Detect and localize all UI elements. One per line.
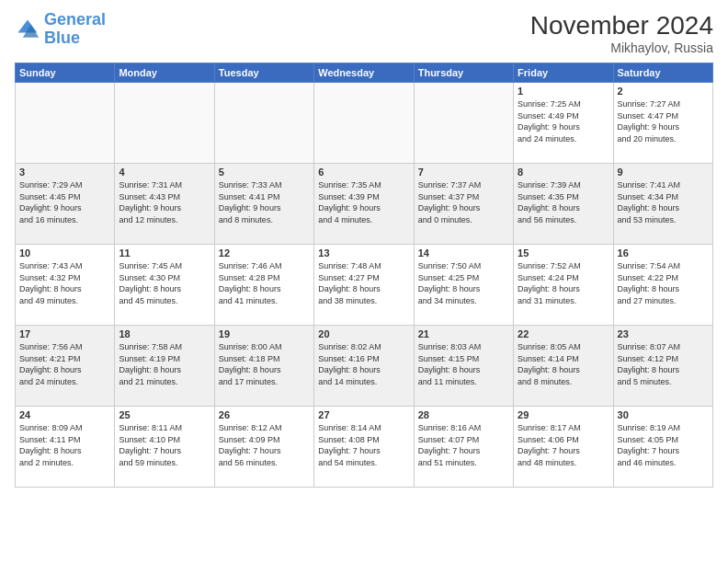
day-info: Sunrise: 8:12 AM Sunset: 4:09 PM Dayligh… (219, 422, 310, 468)
logo-line2: Blue (44, 29, 80, 47)
header: General Blue November 2024 Mikhaylov, Ru… (15, 11, 713, 55)
day-number: 9 (618, 167, 709, 178)
day-info: Sunrise: 8:16 AM Sunset: 4:07 PM Dayligh… (418, 422, 509, 468)
day-info: Sunrise: 7:25 AM Sunset: 4:49 PM Dayligh… (518, 98, 609, 144)
table-row (314, 83, 414, 164)
table-row: 23Sunrise: 8:07 AM Sunset: 4:12 PM Dayli… (613, 326, 712, 407)
day-number: 18 (119, 328, 210, 339)
day-info: Sunrise: 7:35 AM Sunset: 4:39 PM Dayligh… (318, 179, 409, 225)
day-info: Sunrise: 7:56 AM Sunset: 4:21 PM Dayligh… (19, 341, 110, 387)
day-number: 25 (119, 409, 210, 420)
day-info: Sunrise: 8:03 AM Sunset: 4:15 PM Dayligh… (418, 341, 509, 387)
table-row: 17Sunrise: 7:56 AM Sunset: 4:21 PM Dayli… (16, 326, 115, 407)
table-row: 24Sunrise: 8:09 AM Sunset: 4:11 PM Dayli… (16, 407, 115, 488)
day-number: 27 (318, 409, 409, 420)
table-row: 19Sunrise: 8:00 AM Sunset: 4:18 PM Dayli… (214, 326, 313, 407)
table-row: 20Sunrise: 8:02 AM Sunset: 4:16 PM Dayli… (314, 326, 414, 407)
day-number: 10 (19, 247, 110, 259)
table-row: 4Sunrise: 7:31 AM Sunset: 4:43 PM Daylig… (115, 164, 214, 245)
table-row: 15Sunrise: 7:52 AM Sunset: 4:24 PM Dayli… (514, 245, 613, 326)
day-number: 22 (518, 328, 609, 339)
day-info: Sunrise: 7:37 AM Sunset: 4:37 PM Dayligh… (418, 179, 509, 225)
day-info: Sunrise: 8:02 AM Sunset: 4:16 PM Dayligh… (318, 341, 409, 387)
day-number: 1 (518, 86, 609, 97)
day-number: 19 (219, 328, 310, 339)
day-info: Sunrise: 8:07 AM Sunset: 4:12 PM Dayligh… (618, 341, 709, 387)
table-row: 27Sunrise: 8:14 AM Sunset: 4:08 PM Dayli… (314, 407, 414, 488)
day-number: 21 (418, 328, 509, 339)
day-info: Sunrise: 7:58 AM Sunset: 4:19 PM Dayligh… (119, 341, 210, 387)
table-row: 2Sunrise: 7:27 AM Sunset: 4:47 PM Daylig… (613, 83, 712, 164)
day-info: Sunrise: 8:05 AM Sunset: 4:14 PM Dayligh… (518, 341, 609, 387)
day-number: 15 (518, 247, 609, 259)
table-row: 16Sunrise: 7:54 AM Sunset: 4:22 PM Dayli… (613, 245, 712, 326)
day-info: Sunrise: 8:19 AM Sunset: 4:05 PM Dayligh… (618, 422, 709, 468)
day-info: Sunrise: 7:39 AM Sunset: 4:35 PM Dayligh… (518, 179, 609, 225)
month-title: November 2024 (530, 11, 713, 40)
day-info: Sunrise: 7:54 AM Sunset: 4:22 PM Dayligh… (618, 260, 709, 306)
table-row: 7Sunrise: 7:37 AM Sunset: 4:37 PM Daylig… (414, 164, 513, 245)
day-number: 17 (19, 328, 110, 339)
day-number: 8 (518, 167, 609, 178)
day-number: 20 (318, 328, 409, 339)
day-info: Sunrise: 8:17 AM Sunset: 4:06 PM Dayligh… (518, 422, 609, 468)
table-row: 22Sunrise: 8:05 AM Sunset: 4:14 PM Dayli… (514, 326, 613, 407)
logo-text: General Blue (44, 11, 106, 48)
day-number: 13 (318, 247, 409, 259)
logo: General Blue (15, 11, 106, 48)
col-wednesday: Wednesday (314, 63, 414, 83)
table-row (214, 83, 313, 164)
day-info: Sunrise: 7:33 AM Sunset: 4:41 PM Dayligh… (219, 179, 310, 225)
day-number: 30 (618, 409, 709, 420)
day-info: Sunrise: 7:27 AM Sunset: 4:47 PM Dayligh… (618, 98, 709, 144)
day-number: 29 (518, 409, 609, 420)
day-info: Sunrise: 7:52 AM Sunset: 4:24 PM Dayligh… (518, 260, 609, 306)
day-number: 11 (119, 247, 210, 259)
day-number: 23 (618, 328, 709, 339)
day-number: 7 (418, 167, 509, 178)
col-friday: Friday (514, 63, 613, 83)
location: Mikhaylov, Russia (530, 40, 713, 55)
table-row: 11Sunrise: 7:45 AM Sunset: 4:30 PM Dayli… (115, 245, 214, 326)
col-thursday: Thursday (414, 63, 513, 83)
day-number: 2 (618, 86, 709, 97)
day-number: 6 (318, 167, 409, 178)
col-saturday: Saturday (613, 63, 712, 83)
day-number: 12 (219, 247, 310, 259)
day-number: 4 (119, 167, 210, 178)
table-row: 14Sunrise: 7:50 AM Sunset: 4:25 PM Dayli… (414, 245, 513, 326)
day-info: Sunrise: 7:41 AM Sunset: 4:34 PM Dayligh… (618, 179, 709, 225)
day-number: 28 (418, 409, 509, 420)
day-info: Sunrise: 8:09 AM Sunset: 4:11 PM Dayligh… (19, 422, 110, 468)
day-number: 24 (19, 409, 110, 420)
col-tuesday: Tuesday (214, 63, 313, 83)
table-row: 3Sunrise: 7:29 AM Sunset: 4:45 PM Daylig… (16, 164, 115, 245)
day-number: 3 (19, 167, 110, 178)
table-row: 26Sunrise: 8:12 AM Sunset: 4:09 PM Dayli… (214, 407, 313, 488)
day-info: Sunrise: 7:48 AM Sunset: 4:27 PM Dayligh… (318, 260, 409, 306)
calendar: Sunday Monday Tuesday Wednesday Thursday… (15, 63, 713, 488)
day-number: 26 (219, 409, 310, 420)
table-row: 10Sunrise: 7:43 AM Sunset: 4:32 PM Dayli… (16, 245, 115, 326)
table-row: 5Sunrise: 7:33 AM Sunset: 4:41 PM Daylig… (214, 164, 313, 245)
day-info: Sunrise: 7:46 AM Sunset: 4:28 PM Dayligh… (219, 260, 310, 306)
table-row: 12Sunrise: 7:46 AM Sunset: 4:28 PM Dayli… (214, 245, 313, 326)
day-info: Sunrise: 8:14 AM Sunset: 4:08 PM Dayligh… (318, 422, 409, 468)
day-info: Sunrise: 7:45 AM Sunset: 4:30 PM Dayligh… (119, 260, 210, 306)
table-row (16, 83, 115, 164)
logo-line1: General (44, 10, 106, 29)
day-number: 14 (418, 247, 509, 259)
table-row: 9Sunrise: 7:41 AM Sunset: 4:34 PM Daylig… (613, 164, 712, 245)
col-sunday: Sunday (16, 63, 115, 83)
day-number: 16 (618, 247, 709, 259)
table-row (414, 83, 513, 164)
day-info: Sunrise: 7:31 AM Sunset: 4:43 PM Dayligh… (119, 179, 210, 225)
logo-icon (15, 17, 40, 42)
day-info: Sunrise: 7:29 AM Sunset: 4:45 PM Dayligh… (19, 179, 110, 225)
day-number: 5 (219, 167, 310, 178)
day-info: Sunrise: 8:11 AM Sunset: 4:10 PM Dayligh… (119, 422, 210, 468)
title-block: November 2024 Mikhaylov, Russia (530, 11, 713, 55)
table-row: 21Sunrise: 8:03 AM Sunset: 4:15 PM Dayli… (414, 326, 513, 407)
table-row: 6Sunrise: 7:35 AM Sunset: 4:39 PM Daylig… (314, 164, 414, 245)
table-row (115, 83, 214, 164)
